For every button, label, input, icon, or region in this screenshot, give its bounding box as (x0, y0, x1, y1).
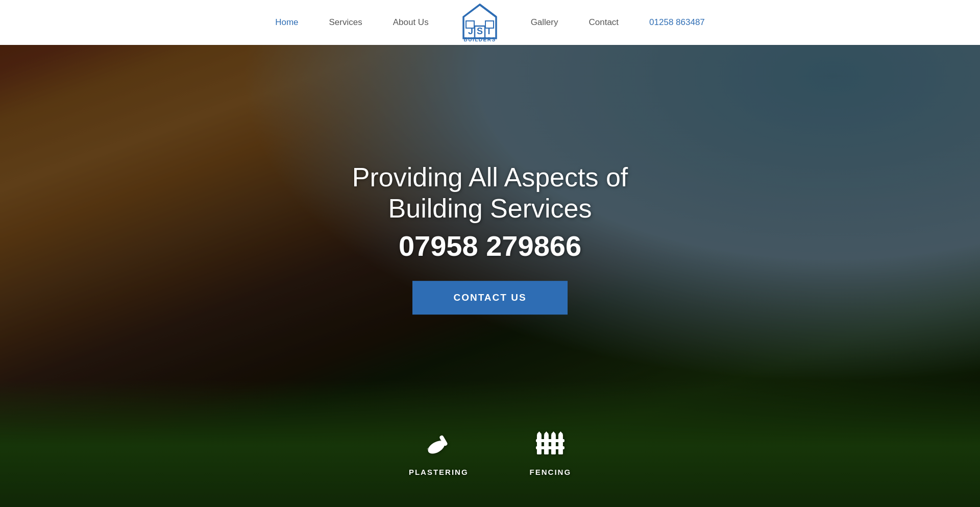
logo-svg: BUILDERS J S T (459, 3, 500, 42)
hero-content: Providing All Aspects of Building Servic… (260, 162, 720, 315)
nav-contact[interactable]: Contact (589, 15, 619, 30)
nav-about[interactable]: About Us (393, 15, 429, 30)
nav-left: Home Services About Us (275, 15, 428, 30)
nav-phone[interactable]: 01258 863487 (649, 17, 705, 28)
nav-home[interactable]: Home (275, 15, 298, 30)
svg-rect-18 (551, 434, 556, 454)
hero-headline: Providing All Aspects of Building Servic… (260, 162, 720, 225)
svg-text:BUILDERS: BUILDERS (463, 37, 496, 42)
plastering-icon (422, 428, 455, 461)
svg-rect-16 (544, 434, 549, 454)
service-icons-row: PLASTERING (409, 428, 571, 476)
svg-marker-21 (558, 431, 563, 434)
fencing-svg (534, 428, 567, 461)
fencing-label: FENCING (530, 468, 572, 476)
svg-text:T: T (486, 26, 492, 36)
fencing-icon (534, 428, 567, 461)
svg-rect-14 (537, 434, 542, 454)
service-fencing: FENCING (530, 428, 572, 476)
svg-text:J: J (468, 26, 473, 36)
plastering-label: PLASTERING (409, 468, 469, 476)
nav-gallery[interactable]: Gallery (531, 15, 558, 30)
plastering-svg (422, 428, 455, 461)
service-plastering: PLASTERING (409, 428, 469, 476)
main-nav: Home Services About Us (133, 3, 847, 42)
headline-line2: Building Services (388, 194, 592, 223)
svg-marker-17 (544, 431, 549, 434)
hero-phone-number: 07958 279866 (260, 229, 720, 262)
svg-rect-20 (558, 434, 563, 454)
site-logo[interactable]: BUILDERS J S T (459, 3, 500, 42)
headline-line1: Providing All Aspects of (352, 162, 628, 192)
svg-text:S: S (477, 26, 483, 36)
nav-services[interactable]: Services (329, 15, 362, 30)
svg-marker-15 (537, 431, 542, 434)
svg-marker-19 (551, 431, 556, 434)
contact-us-button[interactable]: CONTACT US (412, 281, 567, 315)
hero-section: Home Services About Us (0, 0, 980, 507)
nav-right: Gallery Contact 01258 863487 (531, 15, 705, 30)
site-header: Home Services About Us (0, 0, 980, 45)
